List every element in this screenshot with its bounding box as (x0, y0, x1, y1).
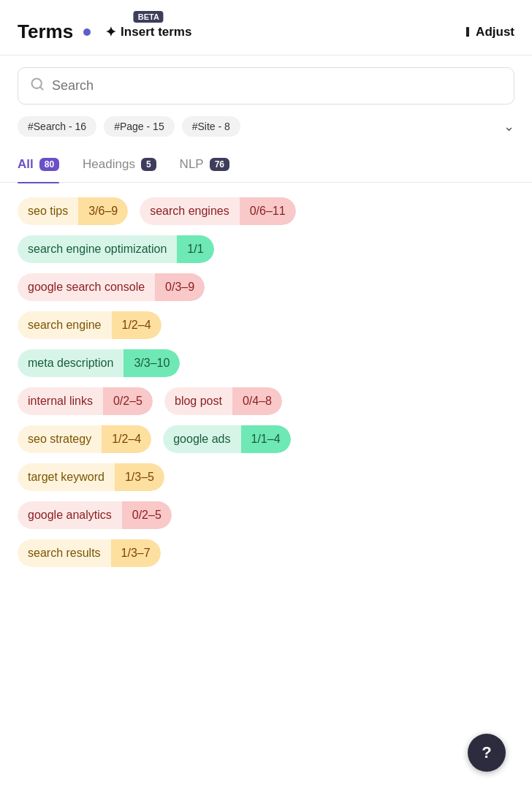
term-bp-count: 0/4–8 (232, 387, 282, 415)
term-seo-tips[interactable]: seo tips 3/6–9 (18, 197, 128, 225)
tab-headings-label: Headings (83, 157, 135, 172)
term-tk-count: 1/3–5 (115, 463, 164, 491)
tab-all[interactable]: All 80 (18, 148, 59, 182)
term-target-keyword[interactable]: target keyword 1/3–5 (18, 463, 164, 491)
term-sr-label: search results (18, 539, 111, 567)
sparkle-icon: ✦ (105, 24, 116, 40)
adjust-button[interactable]: ⫿ Adjust (465, 24, 514, 39)
term-seo-count: 1/1 (177, 235, 213, 263)
terms-row-7: target keyword 1/3–5 (18, 463, 514, 491)
terms-row-5: internal links 0/2–5 blog post 0/4–8 (18, 387, 514, 415)
terms-row-0: seo tips 3/6–9 search engines 0/6–11 (18, 197, 514, 225)
filter-chip-search[interactable]: #Search - 16 (18, 116, 96, 137)
term-ss-count: 1/2–4 (102, 425, 151, 453)
search-input[interactable] (52, 78, 502, 94)
svg-line-1 (40, 87, 43, 90)
term-search-engines[interactable]: search engines 0/6–11 (140, 197, 295, 225)
filter-chip-site[interactable]: #Site - 8 (182, 116, 240, 137)
term-ga-count: 1/1–4 (241, 425, 291, 453)
beta-badge: BETA (134, 11, 164, 23)
tab-nlp-label: NLP (180, 157, 204, 172)
term-tk-label: target keyword (18, 463, 115, 491)
term-internal-links[interactable]: internal links 0/2–5 (18, 387, 153, 415)
help-icon: ? (482, 743, 491, 762)
term-se-count: 1/2–4 (112, 311, 162, 339)
term-seo-label: search engine optimization (18, 235, 177, 263)
header: Terms BETA ✦ Insert terms ⫿ Adjust (0, 0, 532, 56)
term-se-label: search engine (18, 311, 112, 339)
term-search-results[interactable]: search results 1/3–7 (18, 539, 161, 567)
insert-terms-button[interactable]: BETA ✦ Insert terms (105, 24, 191, 40)
tab-nlp[interactable]: NLP 76 (180, 148, 229, 182)
term-gal-count: 0/2–5 (122, 501, 172, 529)
term-search-engine[interactable]: search engine 1/2–4 (18, 311, 162, 339)
term-il-label: internal links (18, 387, 103, 415)
help-button[interactable]: ? (468, 734, 506, 772)
terms-row-4: meta description 3/3–10 (18, 349, 514, 377)
insert-terms-label: Insert terms (121, 25, 191, 39)
search-icon (30, 77, 45, 95)
terms-row-3: search engine 1/2–4 (18, 311, 514, 339)
tabs-bar: All 80 Headings 5 NLP 76 (0, 148, 532, 183)
sliders-icon: ⫿ (465, 24, 471, 39)
tab-headings-badge: 5 (141, 158, 156, 171)
search-bar (18, 67, 514, 104)
term-search-engines-label: search engines (140, 197, 240, 225)
term-seo-strategy[interactable]: seo strategy 1/2–4 (18, 425, 151, 453)
chevron-down-icon[interactable]: ⌄ (503, 118, 514, 134)
filter-chip-page[interactable]: #Page - 15 (104, 116, 175, 137)
term-google-search-console[interactable]: google search console 0/3–9 (18, 273, 205, 301)
tab-all-label: All (18, 157, 34, 172)
term-seo-tips-label: seo tips (18, 197, 78, 225)
term-sr-count: 1/3–7 (111, 539, 161, 567)
term-meta-description[interactable]: meta description 3/3–10 (18, 349, 180, 377)
term-blog-post[interactable]: blog post 0/4–8 (164, 387, 282, 415)
terms-row-2: google search console 0/3–9 (18, 273, 514, 301)
terms-row-1: search engine optimization 1/1 (18, 235, 514, 263)
term-search-engines-count: 0/6–11 (240, 197, 296, 225)
term-ga-label: google ads (163, 425, 240, 453)
terms-list: seo tips 3/6–9 search engines 0/6–11 sea… (0, 183, 532, 582)
adjust-label: Adjust (476, 25, 514, 39)
tab-nlp-badge: 76 (210, 158, 229, 171)
terms-row-9: search results 1/3–7 (18, 539, 514, 567)
terms-row-8: google analytics 0/2–5 (18, 501, 514, 529)
page-title: Terms (18, 20, 73, 43)
term-ss-label: seo strategy (18, 425, 102, 453)
term-il-count: 0/2–5 (103, 387, 153, 415)
term-gsc-label: google search console (18, 273, 155, 301)
filter-chips-row: #Search - 16 #Page - 15 #Site - 8 ⌄ (0, 116, 532, 148)
term-gsc-count: 0/3–9 (155, 273, 205, 301)
term-google-ads[interactable]: google ads 1/1–4 (163, 425, 290, 453)
term-md-label: meta description (18, 349, 123, 377)
term-seo-tips-count: 3/6–9 (78, 197, 128, 225)
tab-headings[interactable]: Headings 5 (83, 148, 156, 182)
tab-all-badge: 80 (39, 158, 59, 171)
term-bp-label: blog post (164, 387, 232, 415)
term-gal-label: google analytics (18, 501, 122, 529)
term-google-analytics[interactable]: google analytics 0/2–5 (18, 501, 172, 529)
terms-row-6: seo strategy 1/2–4 google ads 1/1–4 (18, 425, 514, 453)
term-md-count: 3/3–10 (123, 349, 180, 377)
status-dot (83, 28, 91, 36)
term-seo[interactable]: search engine optimization 1/1 (18, 235, 214, 263)
